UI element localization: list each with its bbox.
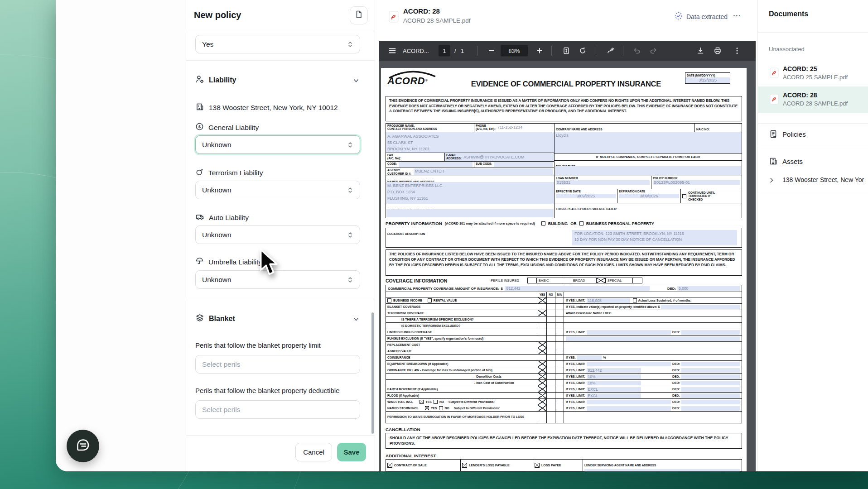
liability-section-header[interactable]: Liability [195,75,236,86]
building-icon [769,157,778,168]
chat-bubble-icon [74,436,92,456]
new-policy-panel: New policy Yes [186,0,375,471]
acord-28-page: ACORD® EVIDENCE OF COMMERCIAL PROPERTY I… [381,68,747,471]
redo-icon[interactable] [649,47,657,55]
page-total: 1 [461,48,464,54]
more-menu-icon[interactable]: ... [733,10,741,18]
selector-icon [347,276,353,284]
page-number-input[interactable]: 1 [439,45,450,57]
layers-icon [195,313,204,324]
additional-interest-table: CONTRACT OF SALE LENDER'S LOSS PAYABLE L… [386,459,742,471]
coverage-row: REPLACEMENT COST [386,341,742,348]
doc-item-acord-28[interactable]: ACORD: 28 ACORD 28 SAMPLE.pdf [758,86,868,113]
perils-deductible-input[interactable]: Select perils [195,400,360,419]
pdf-viewer-panel: ACORD: 28 ACORD 28 SAMPLE.pdf Data extra… [375,0,757,471]
coverage-row: AGREED VALUE [386,348,742,354]
divider [758,194,868,194]
dollar-circle-icon: $ [195,122,204,133]
person-gear-icon [195,75,204,86]
form-disclaimer: THIS EVIDENCE OF COMMERCIAL PROPERTY INS… [386,96,742,121]
annotate-icon[interactable] [607,47,615,55]
status-label: Data extracted [686,13,728,20]
pdf-canvas[interactable]: ACORD® EVIDENCE OF COMMERCIAL PROPERTY I… [379,61,756,471]
sidebar-item-assets[interactable]: Assets [758,150,868,173]
zoom-level-box[interactable]: 83% [501,45,528,57]
desktop-background: New policy Yes [0,0,868,489]
select-value: Unknown [202,141,231,149]
umbrella-liability-select[interactable]: Unknown [195,270,360,289]
kebab-menu-icon[interactable] [733,47,741,55]
coverage-row: PERMISSION TO WAIVE SUBROGATION IN FAVOR… [386,411,742,423]
auto-liability-select[interactable]: Unknown [195,225,360,244]
divider [186,299,375,299]
page-separator: / [454,48,456,54]
coverage-row: IS DOMESTIC TERRORISM EXCLUDED? [386,322,742,329]
selector-icon [347,40,353,48]
coverage-row: COINSURANCEIf YES,% [386,354,742,360]
coverage-row: - Incr. Cost of ConstructionIf YES, LIMI… [386,379,742,386]
terrorism-liability-select[interactable]: Unknown [195,181,360,199]
selector-icon [347,186,353,194]
field-label-row: Umbrella Liability [195,257,262,267]
coverage-row: EARTH MOVEMENT (If Applicable)If YES, LI… [386,386,742,392]
form-title: EVIDENCE OF COMMERCIAL PROPERTY INSURANC… [449,80,683,88]
print-icon[interactable] [714,47,722,55]
top-select[interactable]: Yes [195,35,360,53]
asset-address-row: 138 Wooster Street, New York, NY 10012 [195,102,338,113]
doc-filename: ACORD 28 SAMPLE.pdf [783,100,848,107]
additional-interest-heading: ADDITIONAL INTEREST [386,453,742,458]
doc-title: ACORD: 28 [783,91,817,99]
zoom-out-icon[interactable] [488,47,495,54]
coverage-heading: COVERAGE INFORMATION PERILS INSURED BASI… [386,278,742,283]
coverage-rows: BUSINESS INCOMERENTAL VALUEIf YES, LIMIT… [386,297,742,423]
panel-scrollbar[interactable] [371,312,374,434]
selector-icon [347,141,353,149]
chevron-down-icon[interactable] [352,76,361,85]
zoom-in-icon[interactable] [536,47,543,54]
fit-page-icon[interactable] [562,47,570,55]
divider [758,32,868,33]
section-label: Blanket [209,315,235,323]
policy-document-icon [769,129,778,140]
viewer-doc-filename: ACORD 28 SAMPLE.pdf [403,17,471,24]
divider [186,435,375,436]
document-button[interactable] [350,6,368,24]
blanket-section-header[interactable]: Blanket [195,313,235,324]
undo-icon[interactable] [633,47,641,55]
selector-icon [347,231,353,239]
save-button[interactable]: Save [337,443,366,461]
sidebar-title: Documents [769,10,808,18]
acord-logo: ACORD® [387,75,441,87]
chevron-down-icon[interactable] [352,315,361,324]
special-perils-checked [597,278,606,283]
download-icon[interactable] [696,47,704,55]
perils-limit-input[interactable]: Select perils [195,355,360,374]
toolbar-divider [551,46,552,56]
coverage-row: FLOOD (If Applicable)If YES, LIMIT:EXCLD… [386,392,742,398]
pdf-widget: ACORD... 1 / 1 83% [379,41,756,471]
field-label-row: Auto Liability [195,212,249,223]
general-liability-select[interactable]: Unknown [195,135,360,154]
doc-filename: ACORD 25 SAMPLE.pdf [783,74,848,81]
svg-text:$: $ [198,125,201,129]
pdf-file-icon [770,94,779,106]
top-select-value: Yes [202,40,213,48]
menu-icon[interactable] [388,47,396,55]
rotate-icon[interactable] [579,47,587,55]
cancel-button[interactable]: Cancel [295,443,332,461]
doc-title: ACORD: 25 [783,65,817,72]
app-window: New policy Yes [56,0,868,471]
coverage-row: - Demolition CostsIf YES, LIMIT:10%DED: [386,373,742,379]
documents-sidebar: Documents Unassociated ACORD: 25 ACORD 2… [757,0,868,471]
placeholder-text: Select perils [202,406,240,414]
coverage-row: BUSINESS INCOMERENTAL VALUEIf YES, LIMIT… [386,297,742,303]
chat-widget-button[interactable] [67,430,99,462]
asset-item-wooster[interactable]: 138 Wooster Street, New Yor [758,170,868,190]
sidebar-item-label: Assets [782,158,803,165]
field-label: General Liability [208,124,259,132]
placeholder-text: Select perils [202,360,240,369]
doc-item-acord-25[interactable]: ACORD: 25 ACORD 25 SAMPLE.pdf [758,60,868,86]
coverage-row: IS THERE A TERRORISM-SPECIFIC EXCLUSION? [386,316,742,322]
sidebar-item-policies[interactable]: Policies [758,123,868,146]
policies-note: THE POLICIES OF INSURANCE LISTED BELOW H… [386,249,742,276]
